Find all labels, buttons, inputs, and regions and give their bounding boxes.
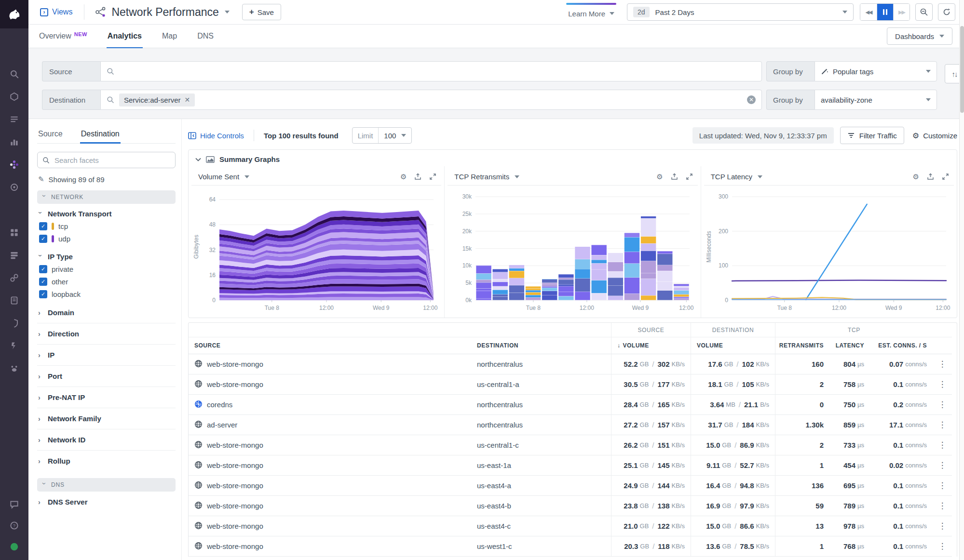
rail-notebooks-icon[interactable] (9, 294, 20, 306)
facet-option-loopback[interactable]: ✓loopback (39, 290, 175, 298)
clear-search-icon[interactable]: ✕ (747, 95, 756, 104)
facet-group-dns[interactable]: ›DNS (37, 478, 176, 492)
source-cell[interactable]: ad-server (189, 415, 471, 435)
export-icon[interactable] (671, 173, 678, 180)
checkbox-checked[interactable]: ✓ (39, 265, 47, 273)
rail-account-icon[interactable] (9, 541, 20, 552)
facet-title[interactable]: ›Direction (38, 330, 175, 338)
tcp-latency-chart[interactable]: 0100200300MillisecondsTue 812:00Wed 912:… (704, 188, 954, 313)
column-header-est-conns[interactable]: EST. CONNS. / S (870, 337, 933, 354)
column-header-volume-destination[interactable]: VOLUME (691, 337, 775, 354)
checkbox-checked[interactable]: ✓ (39, 290, 47, 298)
facet-title[interactable]: ›Network Transport (38, 210, 175, 218)
destination-group-by-select[interactable]: availability-zone (815, 90, 937, 110)
tab-analytics[interactable]: Analytics (107, 25, 143, 48)
destination-cell[interactable]: us-central1-a (471, 374, 611, 395)
table-row[interactable]: web-store-mongous-west1-c20.3GB/118KB/s1… (189, 536, 957, 557)
source-cell[interactable]: web-store-mongo (189, 476, 471, 496)
source-search-box[interactable] (100, 61, 762, 81)
gear-icon[interactable]: ⚙ (913, 173, 919, 181)
rail-synthetics-icon[interactable] (9, 272, 20, 283)
checkbox-checked[interactable]: ✓ (39, 278, 47, 286)
facet-title[interactable]: ›Network Family (38, 414, 175, 423)
facet-title[interactable]: ›DNS Server (38, 498, 175, 506)
facet-option-tcp[interactable]: ✓tcp (39, 222, 175, 230)
source-search-input[interactable] (119, 67, 756, 76)
hide-controls-button[interactable]: Hide Controls (188, 132, 244, 140)
facet-search-box[interactable] (37, 152, 176, 168)
source-cell[interactable]: web-store-mongo (189, 455, 471, 476)
tab-dns[interactable]: DNS (196, 25, 215, 48)
source-cell[interactable]: web-store-mongo (189, 354, 471, 374)
facet-showing-row[interactable]: ✎ Showing 89 of 89 (38, 175, 175, 184)
row-actions-kebab-icon[interactable]: ⋮ (933, 354, 952, 374)
column-header-volume-source[interactable]: ↓ VOLUME (611, 337, 691, 354)
tab-map[interactable]: Map (161, 25, 178, 48)
time-range-picker[interactable]: 2d Past 2 Days (627, 3, 854, 21)
tcp-retransmits-chart[interactable]: 0k5k10k15k20k25k30kTue 812:00Wed 912:00 (448, 188, 697, 313)
checkbox-checked[interactable]: ✓ (39, 222, 47, 230)
save-button[interactable]: + Save (242, 4, 281, 20)
rail-watchdog-icon[interactable] (9, 362, 20, 374)
row-actions-kebab-icon[interactable]: ⋮ (933, 516, 952, 536)
rail-search-icon[interactable] (9, 68, 20, 80)
checkbox-checked[interactable]: ✓ (39, 235, 47, 243)
zoom-out-button[interactable] (915, 3, 933, 21)
table-row[interactable]: web-store-mongous-central1-c26.2GB/151KB… (189, 435, 957, 455)
facet-title[interactable]: ›Rollup (38, 457, 175, 465)
destination-cell[interactable]: us-west1-c (471, 536, 611, 557)
time-backward-button[interactable]: ◀◀ (860, 4, 877, 20)
facet-title[interactable]: ›Pre-NAT IP (38, 393, 175, 401)
dashboards-button[interactable]: Dashboards (887, 27, 952, 45)
pause-button[interactable] (877, 4, 893, 20)
customize-button[interactable]: ⚙ Customize (912, 131, 957, 140)
source-cell[interactable]: web-store-mongo (189, 496, 471, 516)
datadog-logo[interactable] (0, 0, 28, 28)
rail-ci-icon[interactable] (9, 181, 20, 193)
tcp-retransmits-metric-select[interactable]: TCP Retransmits (454, 173, 519, 181)
facet-title[interactable]: ›IP (38, 351, 175, 359)
destination-cell[interactable]: northcentralus (471, 395, 611, 415)
volume-sent-chart[interactable]: 016324864GibibytesTue 812:00Wed 912:00 (191, 188, 441, 313)
facet-option-private[interactable]: ✓private (39, 265, 175, 273)
column-header-latency[interactable]: LATENCY (829, 337, 870, 354)
facet-search-input[interactable] (54, 156, 170, 165)
rail-logs-icon[interactable] (9, 113, 20, 125)
row-actions-kebab-icon[interactable]: ⋮ (933, 435, 952, 455)
table-row[interactable]: corednsnorthcentralus28.4GB/165KB/s3.64M… (189, 395, 957, 415)
row-actions-kebab-icon[interactable]: ⋮ (933, 536, 952, 557)
rail-integrations-icon[interactable] (9, 227, 20, 238)
table-row[interactable]: web-store-mongous-east4-a24.9GB/144KB/s1… (189, 476, 957, 496)
remove-pill-icon[interactable]: ✕ (185, 96, 190, 104)
gear-icon[interactable]: ⚙ (656, 173, 663, 181)
column-header-retransmits[interactable]: RETRANSMITS (775, 337, 829, 354)
limit-select[interactable]: Limit 100 (352, 127, 412, 144)
rail-metrics-icon[interactable] (9, 136, 20, 147)
facet-option-udp[interactable]: ✓udp (39, 235, 175, 243)
rail-processes-icon[interactable] (9, 249, 20, 261)
source-cell[interactable]: web-store-mongo (189, 435, 471, 455)
source-cell[interactable]: web-store-mongo (189, 516, 471, 536)
facet-title[interactable]: ›Port (38, 372, 175, 380)
source-group-by-select[interactable]: Popular tags (815, 61, 937, 81)
rail-apm-icon[interactable] (9, 204, 20, 215)
source-cell[interactable]: web-store-mongo (189, 374, 471, 395)
rail-chat-icon[interactable] (9, 498, 20, 510)
rail-security-icon[interactable] (9, 317, 20, 329)
tab-overview[interactable]: Overview NEW (38, 25, 88, 48)
rail-help-icon[interactable]: ? (9, 520, 20, 531)
table-row[interactable]: ad-servernorthcentralus27.2GB/157KB/s31.… (189, 415, 957, 435)
learn-more-dropdown[interactable]: Learn More (568, 7, 614, 18)
destination-cell[interactable]: northcentralus (471, 354, 611, 374)
table-row[interactable]: web-store-mongonorthcentralus52.2GB/302K… (189, 354, 957, 374)
summary-graphs-header[interactable]: Summary Graphs (189, 150, 957, 166)
row-actions-kebab-icon[interactable]: ⋮ (933, 496, 952, 516)
gear-icon[interactable]: ⚙ (400, 173, 407, 181)
row-actions-kebab-icon[interactable]: ⋮ (933, 455, 952, 476)
destination-cell[interactable]: us-east4-b (471, 496, 611, 516)
facet-group-network[interactable]: ›NETWORK (37, 190, 176, 204)
tcp-latency-metric-select[interactable]: TCP Latency (711, 173, 762, 181)
table-row[interactable]: web-store-mongous-central1-a30.5GB/177KB… (189, 374, 957, 395)
expand-icon[interactable] (686, 173, 693, 180)
column-header-destination[interactable]: DESTINATION (471, 337, 611, 354)
